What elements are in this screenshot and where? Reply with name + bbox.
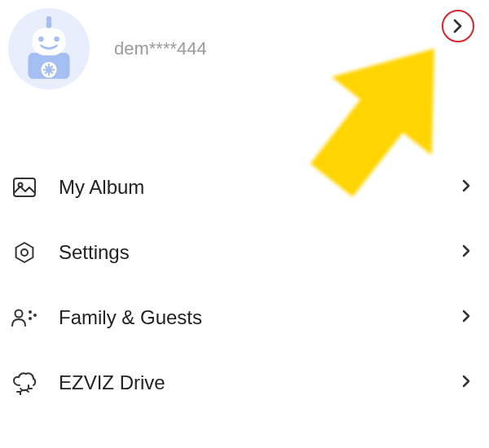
settings-menu: My Album Settings Family & Guests — [0, 155, 489, 415]
menu-item-family-guests[interactable]: Family & Guests — [0, 285, 489, 350]
svg-point-10 — [21, 249, 28, 256]
menu-item-label: Family & Guests — [59, 306, 461, 329]
photo-icon — [7, 169, 42, 205]
svg-rect-2 — [32, 28, 66, 55]
avatar — [8, 8, 90, 90]
profile-header[interactable]: dem****444 — [0, 0, 489, 106]
avatar-robot-icon — [16, 16, 82, 81]
chevron-right-icon — [452, 18, 464, 34]
svg-point-12 — [29, 310, 32, 314]
svg-marker-9 — [16, 243, 33, 262]
svg-point-5 — [38, 37, 43, 42]
chevron-right-icon — [461, 178, 471, 196]
menu-item-my-album[interactable]: My Album — [0, 155, 489, 220]
menu-item-label: My Album — [59, 176, 461, 199]
svg-point-6 — [54, 37, 59, 42]
username-text: dem****444 — [114, 38, 207, 59]
svg-point-11 — [15, 310, 23, 318]
svg-point-13 — [33, 314, 37, 317]
menu-item-settings[interactable]: Settings — [0, 220, 489, 285]
menu-item-label: Settings — [59, 241, 461, 264]
gear-icon — [7, 235, 42, 270]
svg-rect-7 — [14, 178, 35, 196]
chevron-right-icon — [461, 374, 471, 392]
people-icon — [7, 300, 42, 336]
menu-item-label: EZVIZ Drive — [59, 371, 461, 394]
menu-item-ezviz-drive[interactable]: EZVIZ Drive — [0, 350, 489, 415]
svg-point-4 — [46, 16, 51, 21]
chevron-right-icon — [461, 244, 471, 261]
profile-details-button[interactable] — [442, 10, 474, 42]
chevron-right-icon — [461, 309, 471, 327]
svg-point-14 — [29, 317, 32, 320]
cloud-sync-icon — [7, 365, 42, 401]
